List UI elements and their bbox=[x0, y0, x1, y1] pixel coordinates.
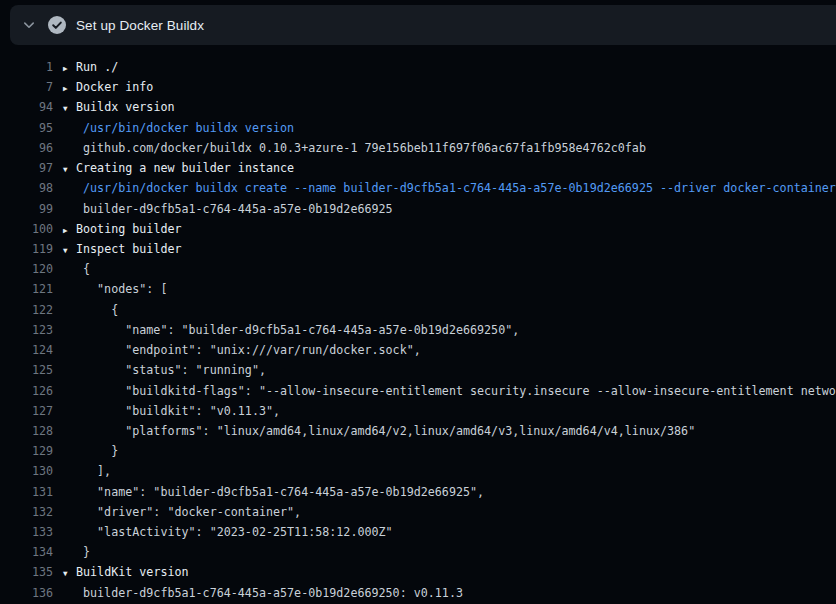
line-number[interactable]: 128 bbox=[0, 421, 53, 441]
check-circle-icon bbox=[47, 15, 67, 35]
log-viewer: Set up Docker Buildx 1 ▶ Run ./ 7 ▶ Dock… bbox=[0, 0, 836, 604]
log-line[interactable]: 121 "nodes": [ bbox=[0, 279, 836, 299]
line-number[interactable]: 97 bbox=[0, 158, 53, 178]
line-number[interactable]: 125 bbox=[0, 360, 53, 380]
log-line[interactable]: 133 "lastActivity": "2023-02-25T11:58:12… bbox=[0, 522, 836, 542]
log-text: ], bbox=[83, 461, 111, 481]
log-line[interactable]: 131 "name": "builder-d9cfb5a1-c764-445a-… bbox=[0, 482, 836, 502]
line-number[interactable]: 100 bbox=[0, 219, 53, 239]
log-text: } bbox=[83, 542, 90, 562]
log-line[interactable]: 127 "buildkit": "v0.11.3", bbox=[0, 401, 836, 421]
log-text: Buildx version bbox=[76, 97, 175, 117]
line-number[interactable]: 131 bbox=[0, 482, 53, 502]
step-header[interactable]: Set up Docker Buildx bbox=[10, 5, 836, 45]
log-text: "status": "running", bbox=[83, 360, 266, 380]
log-text: Run ./ bbox=[76, 57, 118, 77]
log-line[interactable]: 120 { bbox=[0, 259, 836, 279]
log-text: builder-d9cfb5a1-c764-445a-a57e-0b19d2e6… bbox=[83, 583, 463, 603]
group-toggle-icon[interactable]: ▼ bbox=[63, 160, 76, 178]
group-toggle-icon[interactable]: ▶ bbox=[63, 221, 76, 239]
line-number[interactable]: 98 bbox=[0, 178, 53, 198]
log-text: github.com/docker/buildx 0.10.3+azure-1 … bbox=[83, 138, 646, 158]
log-line[interactable]: 126 "buildkitd-flags": "--allow-insecure… bbox=[0, 381, 836, 401]
log-text: /usr/bin/docker buildx create --name bui… bbox=[83, 178, 836, 198]
line-number[interactable]: 121 bbox=[0, 279, 53, 299]
line-number[interactable]: 134 bbox=[0, 542, 53, 562]
line-number[interactable]: 132 bbox=[0, 502, 53, 522]
line-number[interactable]: 136 bbox=[0, 583, 53, 603]
line-number[interactable]: 129 bbox=[0, 441, 53, 461]
log-line[interactable]: 135 ▼ BuildKit version bbox=[0, 562, 836, 582]
log-text: Booting builder bbox=[76, 219, 182, 239]
log-line[interactable]: 129 } bbox=[0, 441, 836, 461]
log-line[interactable]: 94 ▼ Buildx version bbox=[0, 97, 836, 117]
line-number[interactable]: 7 bbox=[0, 77, 53, 97]
log-line[interactable]: 123 "name": "builder-d9cfb5a1-c764-445a-… bbox=[0, 320, 836, 340]
log-line[interactable]: 119 ▼ Inspect builder bbox=[0, 239, 836, 259]
log-text: "platforms": "linux/amd64,linux/amd64/v2… bbox=[83, 421, 695, 441]
log-text: "nodes": [ bbox=[83, 279, 167, 299]
log-text: Creating a new builder instance bbox=[76, 158, 294, 178]
log-text: } bbox=[83, 441, 118, 461]
group-toggle-icon[interactable]: ▶ bbox=[63, 79, 76, 97]
log-line[interactable]: 134 } bbox=[0, 542, 836, 562]
group-toggle-icon[interactable]: ▼ bbox=[63, 99, 76, 117]
line-number[interactable]: 135 bbox=[0, 562, 53, 582]
group-toggle-icon[interactable]: ▶ bbox=[63, 59, 76, 77]
log-line[interactable]: 7 ▶ Docker info bbox=[0, 77, 836, 97]
log-text: "lastActivity": "2023-02-25T11:58:12.000… bbox=[83, 522, 393, 542]
log-line[interactable]: 124 "endpoint": "unix:///var/run/docker.… bbox=[0, 340, 836, 360]
log-line[interactable]: 99 builder-d9cfb5a1-c764-445a-a57e-0b19d… bbox=[0, 199, 836, 219]
log-text: builder-d9cfb5a1-c764-445a-a57e-0b19d2e6… bbox=[83, 199, 393, 219]
log-line[interactable]: 95 /usr/bin/docker buildx version bbox=[0, 118, 836, 138]
log-line[interactable]: 96 github.com/docker/buildx 0.10.3+azure… bbox=[0, 138, 836, 158]
line-number[interactable]: 95 bbox=[0, 118, 53, 138]
line-number[interactable]: 124 bbox=[0, 340, 53, 360]
group-toggle-icon[interactable]: ▼ bbox=[63, 564, 76, 582]
log-text: BuildKit version bbox=[76, 562, 189, 582]
line-number[interactable]: 120 bbox=[0, 259, 53, 279]
log-line[interactable]: 125 "status": "running", bbox=[0, 360, 836, 380]
log-text: Inspect builder bbox=[76, 239, 182, 259]
chevron-down-icon[interactable] bbox=[22, 18, 36, 32]
log-line[interactable]: 97 ▼ Creating a new builder instance bbox=[0, 158, 836, 178]
line-number[interactable]: 122 bbox=[0, 300, 53, 320]
log-text: Docker info bbox=[76, 77, 153, 97]
line-number[interactable]: 119 bbox=[0, 239, 53, 259]
log-text: "name": "builder-d9cfb5a1-c764-445a-a57e… bbox=[83, 482, 484, 502]
line-number[interactable]: 94 bbox=[0, 97, 53, 117]
log-line[interactable]: 1 ▶ Run ./ bbox=[0, 57, 836, 77]
log-text: /usr/bin/docker buildx version bbox=[83, 118, 294, 138]
line-number[interactable]: 127 bbox=[0, 401, 53, 421]
log-text: "endpoint": "unix:///var/run/docker.sock… bbox=[83, 340, 421, 360]
step-title: Set up Docker Buildx bbox=[76, 18, 204, 33]
line-number[interactable]: 96 bbox=[0, 138, 53, 158]
log-line[interactable]: 136 builder-d9cfb5a1-c764-445a-a57e-0b19… bbox=[0, 583, 836, 603]
log-text: { bbox=[83, 300, 118, 320]
line-number[interactable]: 1 bbox=[0, 57, 53, 77]
log-text: "buildkitd-flags": "--allow-insecure-ent… bbox=[83, 381, 836, 401]
line-number[interactable]: 126 bbox=[0, 381, 53, 401]
line-number[interactable]: 133 bbox=[0, 522, 53, 542]
log-line[interactable]: 122 { bbox=[0, 300, 836, 320]
log-line[interactable]: 100 ▶ Booting builder bbox=[0, 219, 836, 239]
log-line[interactable]: 128 "platforms": "linux/amd64,linux/amd6… bbox=[0, 421, 836, 441]
line-number[interactable]: 130 bbox=[0, 461, 53, 481]
log-line[interactable]: 98 /usr/bin/docker buildx create --name … bbox=[0, 178, 836, 198]
log-lines: 1 ▶ Run ./ 7 ▶ Docker info 94 ▼ Buildx v… bbox=[0, 45, 836, 604]
log-text: "driver": "docker-container", bbox=[83, 502, 301, 522]
log-line[interactable]: 132 "driver": "docker-container", bbox=[0, 502, 836, 522]
log-text: "buildkit": "v0.11.3", bbox=[83, 401, 280, 421]
line-number[interactable]: 99 bbox=[0, 199, 53, 219]
group-toggle-icon[interactable]: ▼ bbox=[63, 241, 76, 259]
log-line[interactable]: 130 ], bbox=[0, 461, 836, 481]
log-text: "name": "builder-d9cfb5a1-c764-445a-a57e… bbox=[83, 320, 519, 340]
line-number[interactable]: 123 bbox=[0, 320, 53, 340]
log-text: { bbox=[83, 259, 90, 279]
